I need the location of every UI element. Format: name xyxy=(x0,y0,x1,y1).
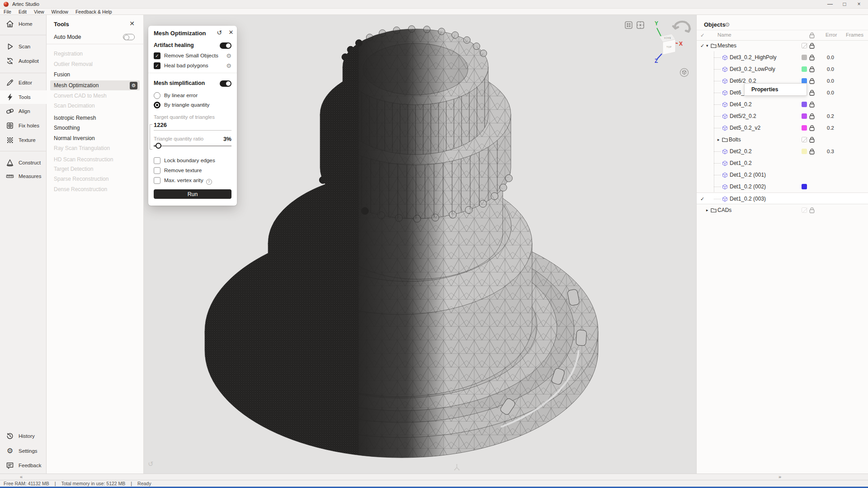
color-swatch[interactable] xyxy=(802,102,807,107)
gizmo-y-label[interactable]: Y xyxy=(655,20,658,27)
expand-closed-icon[interactable]: ▸ xyxy=(717,134,720,145)
help-icon[interactable]: ? xyxy=(206,179,212,185)
checkbox-remove-small-objects[interactable] xyxy=(154,52,160,59)
tool-item-mesh-optimization[interactable]: Mesh Optimization⚙ xyxy=(50,80,140,90)
lock-icon[interactable] xyxy=(809,136,815,143)
object-row-det3-0-2-highpoly[interactable]: Det3_0.2_HighPoly0.0 xyxy=(697,52,868,63)
run-button[interactable]: Run xyxy=(154,189,231,199)
checkbox-max-vertex-arity[interactable] xyxy=(154,177,160,184)
lock-icon[interactable] xyxy=(809,125,815,131)
simplification-check-row[interactable]: Max. vertex arity? xyxy=(154,177,231,185)
checkbox-settings-icon[interactable]: ⚙ xyxy=(226,62,231,69)
gizmo-x-label[interactable]: X xyxy=(679,41,683,47)
lock-icon[interactable] xyxy=(809,207,815,213)
radio-row-by-triangle-quantity[interactable]: By triangle quantity xyxy=(154,101,231,109)
simplification-check-row[interactable]: Remove texture xyxy=(154,167,231,175)
ratio-slider[interactable] xyxy=(154,142,231,150)
object-row-det1-0-2-001[interactable]: Det1_0.2 (001) xyxy=(697,169,868,181)
auto-mode-toggle[interactable] xyxy=(123,34,135,40)
window-maximize-button[interactable]: □ xyxy=(838,0,851,9)
expand-open-icon[interactable]: ▾ xyxy=(706,40,708,52)
viewport-undo-icon[interactable]: ↺ xyxy=(148,460,154,468)
window-minimize-button[interactable]: — xyxy=(824,0,836,9)
dialog-reset-icon[interactable]: ↺ xyxy=(215,29,223,36)
lock-icon[interactable] xyxy=(809,148,815,155)
object-row-det3-0-2-lowpoly[interactable]: Det3_0.2_LowPoly0.0 xyxy=(697,63,868,75)
object-row-det1-0-2-002[interactable]: Det1_0.2 (002) xyxy=(697,181,868,192)
color-swatch[interactable] xyxy=(802,149,807,154)
checkbox-remove-texture[interactable] xyxy=(154,167,160,174)
lock-icon[interactable] xyxy=(809,113,815,119)
object-row-det5-0-2-v2[interactable]: Det5_0.2_v20.2 xyxy=(697,122,868,134)
grid-view-icon[interactable] xyxy=(625,21,632,29)
sidebar-item-fix-holes[interactable]: Fix holes xyxy=(0,119,47,132)
default-view-cube-icon[interactable] xyxy=(679,68,689,77)
sidebar-item-editor[interactable]: Editor xyxy=(0,76,47,89)
tool-item-fusion[interactable]: Fusion xyxy=(47,70,143,80)
tools-panel-close-icon[interactable]: ✕ xyxy=(128,20,136,27)
color-swatch[interactable] xyxy=(802,184,807,189)
sidebar-item-tools[interactable]: Tools xyxy=(0,90,47,104)
gizmo-face-back[interactable]: BACK xyxy=(664,37,671,39)
tool-item-smoothing[interactable]: Smoothing xyxy=(47,123,143,133)
menu-item-feedback-help[interactable]: Feedback & Help xyxy=(72,9,116,15)
dialog-close-icon[interactable]: ✕ xyxy=(227,29,235,36)
tool-item-normal-inversion[interactable]: Normal Inversion xyxy=(47,133,143,143)
tool-settings-icon[interactable]: ⚙ xyxy=(130,82,137,89)
sidebar-collapse-button[interactable]: « xyxy=(20,474,23,480)
sidebar-item-measures[interactable]: Measures xyxy=(0,169,47,183)
sidebar-item-scan[interactable]: Scan xyxy=(0,40,47,53)
lock-icon[interactable] xyxy=(809,54,815,61)
sidebar-item-settings[interactable]: ⚙Settings xyxy=(0,444,47,458)
checkbox-lock-boundary-edges[interactable] xyxy=(154,157,160,164)
color-swatch[interactable] xyxy=(802,207,807,213)
color-swatch[interactable] xyxy=(802,125,807,131)
gizmo-face-top[interactable]: TOP xyxy=(666,46,672,48)
menu-item-view[interactable]: View xyxy=(30,9,48,15)
menu-item-file[interactable]: File xyxy=(0,9,15,15)
color-swatch[interactable] xyxy=(802,55,807,60)
color-swatch[interactable] xyxy=(802,113,807,119)
objects-settings-icon[interactable]: ⚙ xyxy=(725,21,730,28)
object-row-det1-0-2-003[interactable]: ✓Det1_0.2 (003) xyxy=(697,192,868,204)
sidebar-item-history[interactable]: History xyxy=(0,429,47,443)
slider-track[interactable] xyxy=(154,145,231,146)
object-row-det1-0-2[interactable]: Det1_0.2 xyxy=(697,157,868,169)
mesh-simplification-toggle[interactable] xyxy=(220,80,231,87)
object-row-meshes[interactable]: ✓▾Meshes xyxy=(697,40,868,52)
sidebar-item-align[interactable]: Align xyxy=(0,104,47,118)
radio-by-triangle-quantity[interactable] xyxy=(154,102,160,108)
color-swatch[interactable] xyxy=(802,43,807,48)
radio-row-by-linear-error[interactable]: By linear error xyxy=(154,92,231,100)
window-close-button[interactable]: × xyxy=(853,0,865,9)
tool-item-isotropic-remesh[interactable]: Isotropic Remesh xyxy=(47,113,143,123)
radio-by-linear-error[interactable] xyxy=(154,92,160,99)
lock-icon[interactable] xyxy=(809,89,815,96)
gizmo-z-label[interactable]: Z xyxy=(655,58,658,64)
sidebar-item-construct[interactable]: Construct xyxy=(0,156,47,169)
object-row-cads[interactable]: ▸CADs xyxy=(697,204,868,216)
checkbox-heal-bad-polygons[interactable] xyxy=(154,62,160,69)
color-swatch[interactable] xyxy=(802,66,807,72)
viewport-3d[interactable]: BACK TOP Y X Z ↺ Mesh Optimization ↺ ✕ A… xyxy=(144,15,696,474)
artifact-healing-toggle[interactable] xyxy=(220,42,231,49)
expand-closed-icon[interactable]: ▸ xyxy=(706,204,708,216)
lock-icon[interactable] xyxy=(809,101,815,108)
artifact-check-row[interactable]: Remove Small Objects⚙ xyxy=(154,52,231,60)
lock-icon[interactable] xyxy=(809,78,815,84)
sidebar-item-home[interactable]: Home xyxy=(0,17,47,31)
slider-knob[interactable] xyxy=(156,143,161,149)
target-quantity-input[interactable]: 1226 xyxy=(154,122,167,128)
checkbox-settings-icon[interactable]: ⚙ xyxy=(226,52,231,59)
object-row-det5-2-0-2[interactable]: Det5/2_0.20.2 xyxy=(697,110,868,122)
object-row-det4-0-2[interactable]: Det4_0.2 xyxy=(697,99,868,110)
viewport-axes-icon[interactable] xyxy=(453,463,461,471)
lock-icon[interactable] xyxy=(809,42,815,49)
menu-item-edit[interactable]: Edit xyxy=(15,9,30,15)
sidebar-item-autopilot[interactable]: AAutopilot xyxy=(0,54,47,68)
lock-icon[interactable] xyxy=(809,66,815,72)
menu-item-window[interactable]: Window xyxy=(48,9,72,15)
simplification-check-row[interactable]: Lock boundary edges xyxy=(154,157,231,165)
row-check-icon[interactable]: ✓ xyxy=(700,193,704,205)
row-check-icon[interactable]: ✓ xyxy=(700,40,704,52)
